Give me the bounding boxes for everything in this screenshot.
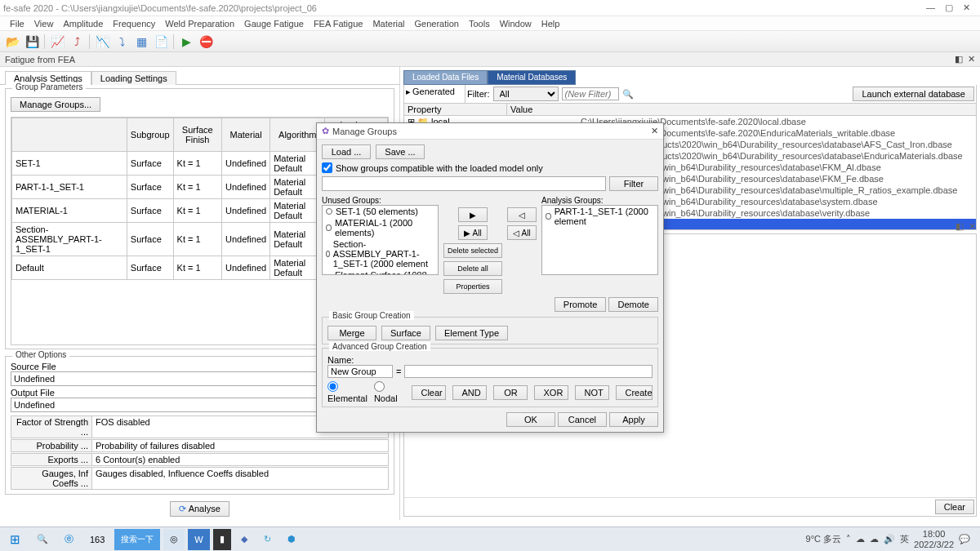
- dialog-filter-button[interactable]: Filter: [609, 176, 658, 191]
- show-compat-checkbox[interactable]: Show groups compatible with the loaded m…: [322, 162, 658, 173]
- weather-widget[interactable]: 9°C 多云: [806, 533, 842, 545]
- undock-icon[interactable]: ◧: [955, 54, 963, 64]
- menu-material[interactable]: Material: [369, 19, 408, 29]
- apply-button[interactable]: Apply: [609, 412, 658, 427]
- console-undock-icon[interactable]: ◧: [956, 221, 964, 232]
- chart2-icon[interactable]: ⤴: [68, 33, 86, 51]
- maximize-icon[interactable]: ▢: [945, 2, 953, 13]
- onedrive-icon[interactable]: ☁: [870, 534, 879, 544]
- menu-help[interactable]: Help: [538, 19, 564, 29]
- ime-icon[interactable]: 英: [900, 533, 909, 545]
- panel-close-icon[interactable]: ✕: [968, 54, 975, 64]
- close-icon[interactable]: ✕: [963, 2, 970, 13]
- taskbar-search[interactable]: 163: [83, 529, 111, 550]
- fesafe-icon[interactable]: ⬢: [281, 529, 302, 550]
- notification-icon[interactable]: 💬: [959, 534, 970, 544]
- move-all-left-button[interactable]: ◁ All: [507, 225, 537, 240]
- output-file-input[interactable]: [11, 398, 362, 412]
- adv-clear-button[interactable]: Clear: [412, 385, 446, 400]
- terminal-icon[interactable]: ▮: [213, 529, 231, 550]
- delete-all-button[interactable]: Delete all: [443, 261, 502, 276]
- ok-button[interactable]: OK: [506, 412, 555, 427]
- unused-groups-list[interactable]: SET-1 (50 elements) MATERIAL-1 (2000 ele…: [322, 205, 439, 275]
- search-go-button[interactable]: 搜索一下: [114, 529, 160, 550]
- dialog-filter-input[interactable]: [322, 176, 606, 191]
- elemental-radio[interactable]: Elemental: [327, 381, 368, 403]
- clock-time[interactable]: 18:00: [914, 529, 954, 539]
- group-expr-input[interactable]: [404, 365, 653, 378]
- move-all-right-button[interactable]: ▶ All: [458, 225, 488, 240]
- search-button[interactable]: 🔍: [30, 529, 55, 550]
- and-button[interactable]: AND: [452, 385, 487, 400]
- menu-fea[interactable]: FEA Fatigue: [310, 19, 367, 29]
- app1-icon[interactable]: ◎: [163, 529, 185, 550]
- menu-file[interactable]: File: [7, 19, 28, 29]
- properties-button[interactable]: Properties: [443, 279, 502, 294]
- dialog-close-icon[interactable]: ✕: [651, 126, 658, 136]
- start-button[interactable]: ⊞: [3, 529, 27, 550]
- app4-icon[interactable]: ↻: [257, 529, 278, 550]
- filter-select[interactable]: All: [493, 87, 559, 101]
- tray-icon[interactable]: ☁: [856, 534, 865, 544]
- load-button[interactable]: Load ...: [322, 144, 371, 159]
- delete-selected-button[interactable]: Delete selected: [443, 243, 502, 258]
- fos-label[interactable]: Factor of Strength ...: [11, 415, 92, 438]
- tab-material-db[interactable]: Material Databases: [488, 70, 576, 85]
- menu-window[interactable]: Window: [497, 19, 535, 29]
- chart1-icon[interactable]: 📈: [48, 33, 66, 51]
- app3-icon[interactable]: ◆: [234, 529, 254, 550]
- demote-button[interactable]: Demote: [608, 297, 658, 312]
- or-button[interactable]: OR: [493, 385, 528, 400]
- prob-label[interactable]: Probability ...: [11, 439, 92, 452]
- chevron-up-icon[interactable]: ˄: [846, 534, 851, 544]
- surface-button[interactable]: Surface: [381, 326, 430, 340]
- menu-weld[interactable]: Weld Preparation: [162, 19, 238, 29]
- app2-icon[interactable]: W: [188, 529, 209, 550]
- merge-button[interactable]: Merge: [327, 326, 376, 340]
- chart4-icon[interactable]: ⤵: [113, 33, 131, 51]
- system-tray[interactable]: 9°C 多云 ˄ ☁ ☁ 🔊 英 18:00 2022/3/22 💬: [806, 529, 977, 549]
- gauges-label[interactable]: Gauges, Inf Coeffs ...: [11, 467, 92, 490]
- create-button[interactable]: Create: [616, 385, 653, 400]
- exports-label[interactable]: Exports ...: [11, 453, 92, 466]
- move-left-button[interactable]: ◁: [507, 207, 537, 222]
- cancel-button[interactable]: Cancel: [558, 412, 607, 427]
- menu-view[interactable]: View: [31, 19, 57, 29]
- analyse-button[interactable]: ⟳ Analyse: [170, 501, 229, 517]
- page-icon[interactable]: 📄: [152, 33, 170, 51]
- clear-button[interactable]: Clear: [935, 500, 974, 514]
- source-file-input[interactable]: [11, 371, 362, 386]
- analysis-groups-list[interactable]: PART-1-1_SET-1 (2000 element: [541, 205, 658, 275]
- save-button[interactable]: Save ...: [376, 144, 425, 159]
- console-close-icon[interactable]: ✕: [969, 221, 976, 232]
- element-type-button[interactable]: Element Type: [435, 326, 508, 340]
- expand-icon[interactable]: ▸: [406, 87, 411, 97]
- search-icon[interactable]: 🔍: [622, 89, 634, 100]
- group-name-input[interactable]: [327, 365, 393, 378]
- minimize-icon[interactable]: —: [926, 2, 935, 13]
- chart3-icon[interactable]: 📉: [93, 33, 111, 51]
- open-icon[interactable]: 📂: [3, 33, 21, 51]
- volume-icon[interactable]: 🔊: [884, 534, 895, 544]
- menu-frequency[interactable]: Frequency: [109, 19, 158, 29]
- play-icon[interactable]: ▶: [177, 33, 195, 51]
- nodal-radio[interactable]: Nodal: [374, 381, 399, 403]
- move-right-button[interactable]: ▶: [458, 207, 488, 222]
- clock-date[interactable]: 2022/3/22: [914, 540, 954, 549]
- edge-icon[interactable]: ⓔ: [58, 529, 80, 550]
- launch-external-db-button[interactable]: Launch external database: [853, 87, 974, 101]
- menu-generation[interactable]: Generation: [412, 19, 462, 29]
- tab-loaded-data[interactable]: Loaded Data Files: [403, 70, 488, 85]
- menu-tools[interactable]: Tools: [466, 19, 493, 29]
- xor-button[interactable]: XOR: [534, 385, 568, 400]
- not-button[interactable]: NOT: [575, 385, 609, 400]
- manage-groups-button[interactable]: Manage Groups...: [11, 97, 100, 112]
- menu-gauge[interactable]: Gauge Fatigue: [241, 19, 307, 29]
- promote-button[interactable]: Promote: [555, 297, 607, 312]
- grid-icon[interactable]: ▦: [132, 33, 150, 51]
- tab-loading[interactable]: Loading Settings: [91, 71, 176, 85]
- save-icon[interactable]: 💾: [23, 33, 41, 51]
- menu-amplitude[interactable]: Amplitude: [60, 19, 106, 29]
- stop-icon[interactable]: ⛔: [197, 33, 215, 51]
- filter-input[interactable]: [562, 87, 619, 100]
